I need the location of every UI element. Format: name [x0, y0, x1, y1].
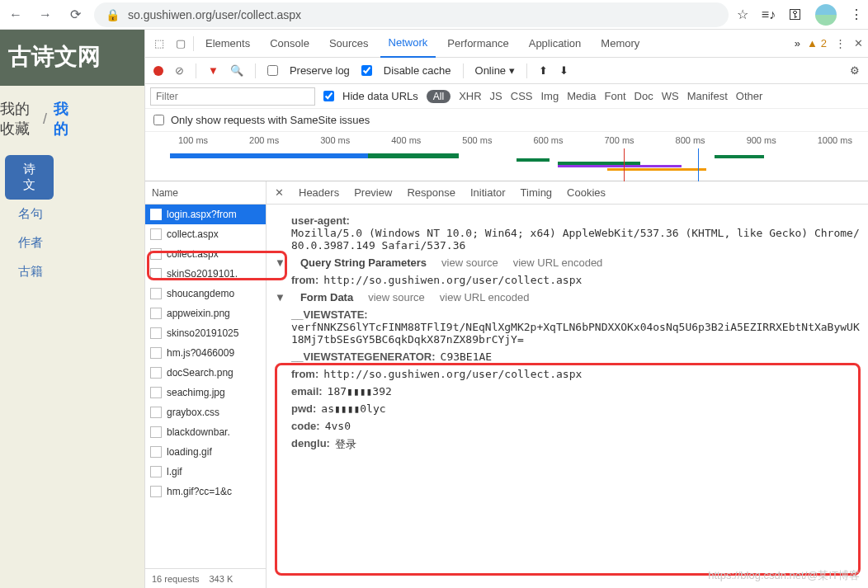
close-detail-icon[interactable]: ✕ — [275, 186, 284, 199]
tab-console[interactable]: Console — [262, 30, 318, 58]
view-url-encoded-link[interactable]: view URL encoded — [513, 256, 603, 269]
tab-timing[interactable]: Timing — [521, 186, 553, 199]
filter-css[interactable]: CSS — [511, 90, 533, 102]
throttling-select[interactable]: Online ▾ — [475, 64, 515, 77]
star-icon[interactable]: ☆ — [737, 7, 748, 22]
tab-performance[interactable]: Performance — [439, 30, 517, 58]
tab-headers[interactable]: Headers — [299, 186, 339, 199]
tab-application[interactable]: Application — [521, 30, 590, 58]
request-row[interactable]: docSearch.png — [145, 363, 266, 383]
forward-button[interactable]: → — [35, 4, 56, 26]
download-icon[interactable]: ⬇ — [559, 64, 568, 77]
tab-initiator[interactable]: Initiator — [470, 186, 506, 199]
request-row[interactable]: l.gif — [145, 462, 266, 482]
request-row[interactable]: loading.gif — [145, 442, 266, 462]
menu-icon[interactable]: ⋮ — [850, 7, 863, 22]
name-header[interactable]: Name — [145, 181, 266, 205]
filter-js[interactable]: JS — [490, 90, 502, 102]
samesite-row: Only show requests with SameSite issues — [145, 109, 868, 132]
tab-mingju[interactable]: 名句 — [0, 200, 75, 228]
filter-input[interactable] — [150, 87, 315, 106]
filter-all[interactable]: All — [427, 90, 451, 103]
record-button[interactable] — [153, 66, 163, 76]
tab-preview[interactable]: Preview — [354, 186, 392, 199]
view-url-encoded-link[interactable]: view URL encoded — [440, 291, 530, 303]
warning-badge[interactable]: ▲ 2 — [807, 37, 827, 49]
search-icon[interactable]: 🔍 — [230, 64, 243, 77]
preserve-log-checkbox[interactable] — [267, 65, 278, 76]
disable-cache-checkbox[interactable] — [361, 65, 372, 76]
tab-network[interactable]: Network — [380, 30, 436, 58]
view-source-link[interactable]: view source — [441, 256, 498, 269]
devtools-close-icon[interactable]: ✕ — [854, 37, 863, 49]
request-row[interactable]: blackdownbar. — [145, 422, 266, 442]
breadcrumb: 我的收藏/我的 — [0, 86, 75, 145]
tab-sources[interactable]: Sources — [321, 30, 377, 58]
tab-memory[interactable]: Memory — [592, 30, 648, 58]
filter-row: Hide data URLs All XHR JS CSS Img Media … — [145, 84, 868, 109]
lock-icon: 🔒 — [106, 8, 120, 21]
annotation-box — [147, 251, 287, 280]
filter-media[interactable]: Media — [567, 90, 596, 102]
device-icon[interactable]: ▢ — [172, 37, 190, 49]
browser-toolbar: ← → ⟳ 🔒 so.gushiwen.org/user/collect.asp… — [0, 0, 868, 30]
request-footer: 16 requests 343 K — [145, 568, 266, 588]
request-row[interactable]: collect.aspx — [145, 224, 266, 244]
tab-guji[interactable]: 古籍 — [0, 257, 75, 286]
network-toolbar: ⊘ ▼ 🔍 Preserve log Disable cache Online … — [145, 58, 868, 84]
hide-data-urls-checkbox[interactable] — [323, 91, 334, 101]
preserve-log-label: Preserve log — [290, 64, 350, 77]
filter-img[interactable]: Img — [540, 90, 559, 102]
filter-font[interactable]: Font — [605, 90, 626, 102]
tab-cookies[interactable]: Cookies — [567, 186, 606, 199]
tab-elements[interactable]: Elements — [197, 30, 258, 58]
devtools-menu-icon[interactable]: ⋮ — [835, 37, 846, 49]
watermark: https://blog.csdn.net/@某IT博客 — [708, 568, 860, 583]
annotation-box — [275, 363, 861, 576]
upload-icon[interactable]: ⬆ — [539, 64, 548, 77]
url-text: so.gushiwen.org/user/collect.aspx — [128, 8, 301, 21]
view-source-link[interactable]: view source — [368, 291, 425, 303]
request-row[interactable]: graybox.css — [145, 402, 266, 422]
filter-xhr[interactable]: XHR — [459, 90, 481, 102]
tab-zuozhe[interactable]: 作者 — [0, 228, 75, 257]
request-row[interactable]: login.aspx?from — [145, 205, 266, 224]
settings-icon[interactable]: ⚙ — [850, 64, 860, 77]
devtools-tabs: ⬚ ▢ Elements Console Sources Network Per… — [145, 30, 868, 58]
samesite-checkbox[interactable] — [153, 115, 164, 125]
request-row[interactable]: hm.js?0466009 — [145, 343, 266, 363]
request-row[interactable]: skinso20191025 — [145, 323, 266, 343]
request-row[interactable]: shoucangdemo — [145, 284, 266, 303]
address-bar[interactable]: 🔒 so.gushiwen.org/user/collect.aspx — [94, 2, 729, 27]
request-row[interactable]: appweixin.png — [145, 303, 266, 323]
filter-manifest[interactable]: Manifest — [687, 90, 728, 102]
filter-icon[interactable]: ▼ — [208, 64, 219, 77]
request-row[interactable]: seachimg.jpg — [145, 383, 266, 402]
website-pane: 古诗文网 我的收藏/我的 诗文 名句 作者 古籍 临江 清代: 自别 云压 ♡ — [0, 30, 144, 588]
media-icon[interactable]: ≡♪ — [762, 7, 776, 22]
tab-response[interactable]: Response — [407, 186, 455, 199]
more-tabs-icon[interactable]: » — [795, 37, 800, 49]
filter-other[interactable]: Other — [736, 90, 763, 102]
reload-button[interactable]: ⟳ — [64, 4, 86, 26]
profile-avatar[interactable] — [815, 4, 837, 26]
inspect-icon[interactable]: ⬚ — [150, 37, 168, 49]
timeline[interactable]: 100 ms200 ms300 ms400 ms500 ms600 ms700 … — [145, 132, 868, 181]
disable-cache-label: Disable cache — [384, 64, 451, 77]
filter-ws[interactable]: WS — [662, 90, 679, 102]
clear-button[interactable]: ⊘ — [175, 64, 184, 77]
back-button[interactable]: ← — [5, 4, 26, 26]
filter-doc[interactable]: Doc — [634, 90, 653, 102]
request-list: Name login.aspx?from collect.aspx collec… — [145, 181, 267, 588]
key-icon[interactable]: ⚿ — [789, 7, 802, 22]
side-tabs: 诗文 名句 作者 古籍 — [0, 155, 75, 286]
tab-shiwen[interactable]: 诗文 — [5, 155, 54, 200]
site-logo[interactable]: 古诗文网 — [0, 30, 144, 86]
request-row[interactable]: hm.gif?cc=1&c — [145, 482, 266, 501]
